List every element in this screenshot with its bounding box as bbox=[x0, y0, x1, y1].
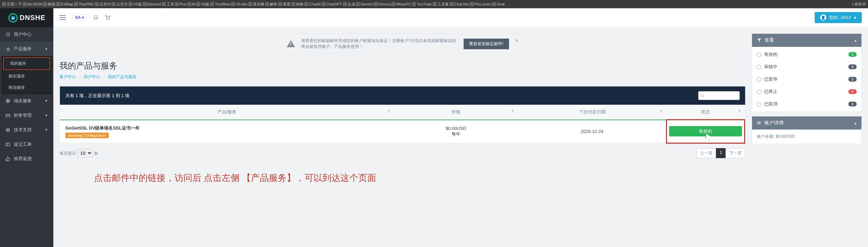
instruction-annotation: 点击邮件中的链接，访问后 点击左侧 【产品服务】，可以到达这个页面 bbox=[60, 172, 745, 184]
sidebar-subitem[interactable]: 附加服务 bbox=[2, 82, 51, 93]
pager-next[interactable]: 下一页 bbox=[726, 148, 745, 158]
bookmark-item[interactable]: 云支付 bbox=[112, 2, 128, 7]
filter-count: 0 bbox=[848, 64, 857, 69]
radio-icon bbox=[757, 52, 761, 57]
col-status[interactable]: 状态▲▼ bbox=[666, 105, 744, 120]
user-greeting: 您好, ZHU! bbox=[829, 14, 851, 21]
breadcrumb-portal[interactable]: 客户中心 bbox=[60, 74, 76, 79]
filter-option[interactable]: 有效的1 bbox=[752, 48, 861, 61]
chevron-down-icon: ▼ bbox=[45, 99, 48, 103]
sidebar-item-credit[interactable]: 财务管理▼ bbox=[0, 108, 53, 123]
page-title: 我的产品与服务 bbox=[60, 60, 745, 71]
bookmark-item[interactable]: 转换 bbox=[291, 2, 304, 7]
globe-icon bbox=[6, 99, 10, 103]
bookmark-item[interactable]: Element bbox=[142, 2, 161, 6]
pager-page-1[interactable]: 1 bbox=[716, 148, 726, 158]
filter-option[interactable]: 已暂停0 bbox=[752, 73, 861, 85]
filter-count: 1 bbox=[848, 52, 857, 57]
warning-icon bbox=[287, 40, 295, 47]
user-icon bbox=[757, 121, 762, 125]
radio-icon bbox=[757, 90, 761, 94]
browser-bookmarks-bar: 百度一下BeJSON邮箱ESMapTinyPNG云支付云支付V5版Element… bbox=[0, 0, 868, 8]
status-pill[interactable]: 有效的 bbox=[669, 126, 742, 136]
bookmark-item[interactable]: YouTube bbox=[412, 2, 432, 6]
col-product[interactable]: 产品/服务▲▼ bbox=[60, 105, 394, 120]
sidebar-item-thumb[interactable]: 推荐返佣 bbox=[0, 152, 53, 166]
ticket-icon bbox=[6, 142, 10, 147]
sidebar-item-label: 提交工单 bbox=[14, 141, 32, 147]
filter-panel-header[interactable]: 查看 ▴ bbox=[752, 34, 861, 47]
sidebar-item-ticket[interactable]: 提交工单 bbox=[0, 137, 53, 152]
breadcrumb-current: 我的产品与服务 bbox=[108, 74, 137, 79]
brand-name: DNSHE bbox=[20, 14, 45, 22]
language-selector[interactable]: XA ▾ bbox=[72, 14, 87, 21]
bookmark-item[interactable]: 云支付 bbox=[95, 2, 111, 7]
bookmark-item[interactable]: AI bbox=[187, 2, 195, 6]
sidebar-item-dashboard[interactable]: 用户中心 bbox=[0, 27, 53, 42]
col-nextdue[interactable]: 下次付款日期▲▼ bbox=[518, 105, 666, 120]
filter-option[interactable]: 已取消0 bbox=[752, 98, 861, 110]
bookmark-item[interactable]: V0.dev bbox=[231, 2, 247, 6]
filter-label: 已终止 bbox=[764, 89, 777, 95]
account-panel-header[interactable]: 账户详情 ▴ bbox=[752, 116, 861, 130]
bookmark-item[interactable]: Chat Nio bbox=[449, 2, 469, 6]
products-table-card: 共有 1 项，正在展示第 1 到 1 项 产品/服务▲▼ 价格▲▼ 下次付款日期… bbox=[60, 86, 745, 144]
cart-icon[interactable] bbox=[105, 15, 110, 20]
pager-prev[interactable]: 上一页 bbox=[696, 148, 716, 158]
sidebar-item-gear[interactable]: 产品服务▼ bbox=[0, 42, 53, 56]
bookmark-item[interactable]: 菜鸟网 bbox=[248, 2, 264, 7]
search-input[interactable] bbox=[698, 91, 740, 100]
bookmark-item[interactable]: PicLumen bbox=[469, 2, 491, 6]
bookmark-item[interactable]: ChatGPT bbox=[321, 2, 342, 6]
bookmark-item[interactable]: Poe bbox=[175, 2, 187, 6]
menu-toggle-icon[interactable] bbox=[60, 15, 66, 20]
breadcrumb-client[interactable]: 用户中心 bbox=[84, 74, 100, 79]
table-row[interactable]: GoGetSSL DV级单域名SSL证书一年Awaiting Configura… bbox=[60, 120, 745, 143]
user-menu[interactable]: 👤 您好, ZHU! ▾ bbox=[815, 12, 862, 23]
bookmark-item[interactable]: Grok bbox=[492, 2, 505, 6]
bookmark-item[interactable]: 生成 bbox=[343, 2, 355, 7]
sidebar-item-label: 推荐返佣 bbox=[14, 156, 32, 162]
chevron-up-icon: ▴ bbox=[855, 38, 857, 43]
bookmark-item[interactable]: 解析 bbox=[265, 2, 277, 7]
cell-price: $0.00USD每年 bbox=[394, 120, 518, 143]
bookmark-item[interactable]: TinyPNG bbox=[74, 2, 94, 6]
radio-icon bbox=[757, 77, 761, 82]
account-balance: 账户余额: $0.00USD bbox=[752, 130, 861, 144]
bookmark-item[interactable]: 邮箱 bbox=[43, 2, 55, 7]
bookmark-item[interactable]: 零度 bbox=[278, 2, 290, 7]
thumb-icon bbox=[6, 156, 10, 161]
bookmark-item[interactable]: ESMap bbox=[56, 2, 73, 6]
close-icon[interactable]: × bbox=[515, 37, 519, 44]
resend-email-button[interactable]: 重新发送验证邮件! bbox=[464, 39, 509, 49]
bookmark-item[interactable]: 工具 bbox=[162, 2, 174, 7]
per-page-select[interactable]: 10 bbox=[77, 149, 93, 157]
bookmark-item[interactable]: 工具集 bbox=[433, 2, 449, 7]
bookmark-item[interactable]: V5版 bbox=[196, 2, 209, 7]
sidebar-item-life[interactable]: 技术支持▼ bbox=[0, 123, 53, 137]
bookmark-item[interactable]: Filmora bbox=[373, 2, 391, 6]
bookmark-item[interactable]: V5版 bbox=[128, 2, 141, 7]
nav: 用户中心产品服务▼我的服务购买服务附加服务域名服务▼财务管理▼技术支持▼提交工单… bbox=[0, 27, 53, 166]
pagination-row: 每页显示 10 条 上一页 1 下一页 bbox=[60, 148, 745, 158]
bookmark-item[interactable]: TinyWow bbox=[210, 2, 230, 6]
credit-icon bbox=[6, 113, 10, 118]
bookmark-item[interactable]: Gemini bbox=[356, 2, 373, 6]
sidebar-item-label: 财务管理 bbox=[14, 112, 32, 119]
sidebar-subitem[interactable]: 我的服务 bbox=[3, 57, 50, 70]
bookmark-item[interactable]: MimicPC bbox=[391, 2, 411, 6]
brand-logo[interactable]: D DNSHE bbox=[0, 8, 53, 27]
bookmarks-overflow[interactable]: » 所有书 bbox=[852, 2, 866, 7]
filter-option[interactable]: 审核中0 bbox=[752, 61, 861, 73]
bookmark-item[interactable]: ChatAI bbox=[304, 2, 321, 6]
notifications-icon[interactable] bbox=[93, 15, 98, 20]
bookmark-item[interactable]: BeJSON bbox=[23, 2, 42, 6]
filter-label: 已取消 bbox=[764, 101, 777, 107]
svg-text:D: D bbox=[12, 17, 14, 20]
sidebar-subitem[interactable]: 购买服务 bbox=[2, 71, 51, 82]
bookmark-item[interactable]: 百度一下 bbox=[2, 2, 22, 7]
filter-option[interactable]: 已终止0 bbox=[752, 85, 861, 98]
sidebar-item-globe[interactable]: 域名服务▼ bbox=[0, 94, 53, 108]
gear-icon bbox=[6, 47, 10, 51]
col-price[interactable]: 价格▲▼ bbox=[394, 105, 518, 120]
